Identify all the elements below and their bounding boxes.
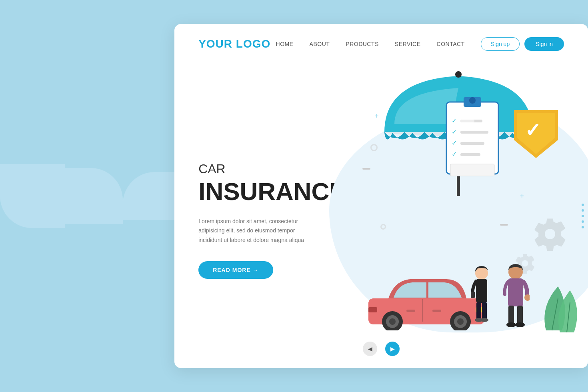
dot-3 — [582, 215, 584, 217]
svg-rect-28 — [432, 310, 441, 312]
nav-item-contact[interactable]: CONTACT — [437, 40, 465, 48]
left-panel: CAR INSURANCE Lorem ipsum dolor sit amet… — [174, 64, 342, 368]
svg-rect-15 — [450, 164, 494, 176]
slider-next-button[interactable]: ▶ — [385, 342, 400, 356]
dot-2 — [582, 209, 584, 212]
car-illustration — [366, 274, 486, 332]
svg-point-2 — [455, 71, 462, 78]
man-figure — [502, 262, 530, 332]
main-card: YOUR LOGO HOME ABOUT PRODUCTS SERVICE CO… — [174, 24, 588, 368]
svg-rect-20 — [368, 307, 377, 312]
woman-figure — [470, 264, 494, 330]
svg-point-41 — [506, 322, 516, 327]
svg-rect-14 — [460, 153, 480, 156]
svg-rect-27 — [406, 310, 415, 312]
dot-4 — [582, 220, 584, 223]
navbar: YOUR LOGO HOME ABOUT PRODUCTS SERVICE CO… — [174, 24, 588, 64]
svg-rect-3 — [446, 102, 498, 174]
clipboard-illustration: ✓ ✓ ✓ ✓ — [444, 94, 500, 180]
dot-5 — [582, 226, 584, 228]
svg-text:✓: ✓ — [452, 128, 457, 135]
svg-point-34 — [480, 318, 488, 322]
svg-rect-31 — [476, 302, 481, 320]
svg-rect-18 — [426, 282, 428, 298]
svg-point-38 — [524, 294, 530, 301]
readmore-button[interactable]: READ MORE → — [198, 261, 273, 279]
svg-rect-37 — [508, 278, 523, 306]
nav-item-products[interactable]: PRODUCTS — [346, 40, 379, 48]
signin-button[interactable]: Sign in — [524, 37, 564, 51]
svg-rect-8 — [460, 120, 474, 122]
plus-icon-1: + — [374, 112, 379, 120]
main-content: CAR INSURANCE Lorem ipsum dolor sit amet… — [174, 64, 588, 368]
nav-item-about[interactable]: ABOUT — [310, 40, 330, 48]
svg-rect-12 — [460, 142, 484, 145]
bg-decoration-bottom-left — [65, 168, 123, 224]
svg-point-42 — [515, 322, 525, 327]
svg-rect-40 — [517, 306, 523, 325]
dash-2 — [500, 224, 508, 226]
svg-point-26 — [457, 318, 464, 325]
decorative-dots — [582, 204, 584, 228]
gear-icon — [532, 216, 568, 254]
logo: YOUR LOGO — [198, 38, 270, 50]
svg-text:✓: ✓ — [452, 151, 457, 158]
dot-1 — [582, 204, 584, 206]
svg-rect-30 — [476, 279, 487, 303]
slider-controls: ◀ ▶ — [363, 342, 400, 356]
nav-item-home[interactable]: HOME — [276, 40, 294, 48]
svg-point-5 — [469, 97, 476, 104]
svg-rect-10 — [460, 131, 488, 134]
svg-rect-39 — [508, 306, 514, 325]
leaves-illustration — [538, 282, 578, 336]
svg-text:✓: ✓ — [452, 140, 457, 146]
nav-links: HOME ABOUT PRODUCTS SERVICE CONTACT — [276, 40, 465, 48]
nav-item-service[interactable]: SERVICE — [395, 40, 421, 48]
svg-point-23 — [389, 318, 396, 325]
dash-1 — [362, 168, 370, 170]
shield-illustration: ✓ — [512, 104, 560, 162]
signup-button[interactable]: Sign up — [481, 37, 520, 51]
svg-rect-32 — [482, 302, 487, 320]
right-panel: + + — [342, 64, 588, 368]
hero-subtitle: CAR — [198, 161, 318, 176]
hero-description: Lorem ipsum dolor sit amet, consectetur … — [198, 217, 318, 245]
svg-text:✓: ✓ — [525, 120, 541, 141]
hero-title: INSURANCE — [198, 178, 318, 205]
svg-text:✓: ✓ — [452, 117, 457, 124]
slider-prev-button[interactable]: ◀ — [363, 342, 377, 356]
bg-decoration-bottom-right — [123, 172, 174, 220]
svg-rect-35 — [471, 292, 475, 298]
bg-decoration-top-right — [0, 164, 65, 228]
